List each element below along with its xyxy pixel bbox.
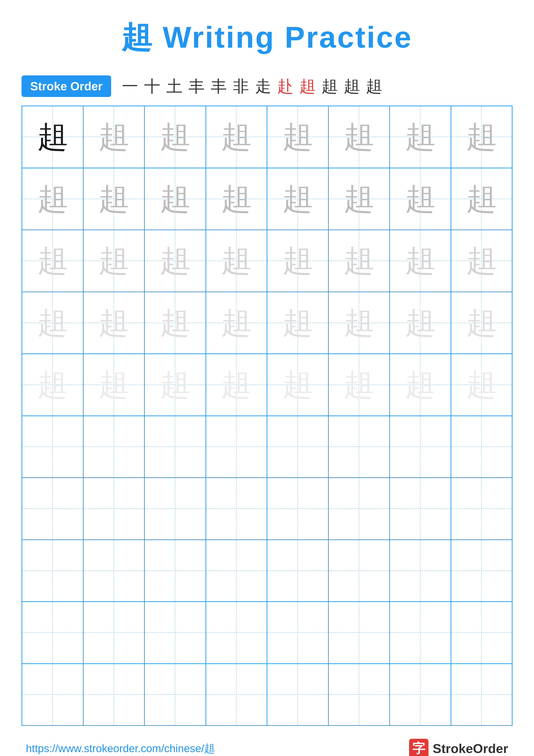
- cell-4-2[interactable]: 趄: [84, 292, 145, 354]
- cell-7-1[interactable]: [22, 478, 84, 539]
- cell-9-4[interactable]: [206, 602, 267, 663]
- cell-6-6[interactable]: [329, 416, 390, 477]
- cell-2-1[interactable]: 趄: [22, 168, 84, 230]
- cell-10-1[interactable]: [22, 664, 84, 725]
- cell-7-6[interactable]: [329, 478, 390, 539]
- char-med: 趄: [466, 184, 496, 214]
- cell-8-2[interactable]: [84, 540, 145, 602]
- cell-5-8[interactable]: 趄: [451, 354, 512, 416]
- cell-10-5[interactable]: [267, 664, 329, 725]
- char-vlight: 趄: [344, 308, 374, 338]
- stroke-order-badge: Stroke Order: [21, 75, 111, 97]
- cell-6-7[interactable]: [390, 416, 451, 477]
- char-ulight: 趄: [99, 369, 129, 400]
- cell-5-6[interactable]: 趄: [329, 354, 390, 416]
- char-med: 趄: [405, 122, 435, 152]
- char-light: 趄: [405, 246, 435, 276]
- cell-6-3[interactable]: [145, 416, 206, 477]
- cell-9-3[interactable]: [145, 602, 206, 663]
- footer-url[interactable]: https://www.strokeorder.com/chinese/趄: [26, 741, 215, 756]
- cell-9-1[interactable]: [22, 602, 84, 663]
- cell-8-6[interactable]: [329, 540, 390, 602]
- cell-1-4[interactable]: 趄: [206, 106, 267, 168]
- cell-1-8[interactable]: 趄: [451, 106, 512, 168]
- cell-2-2[interactable]: 趄: [84, 168, 145, 230]
- cell-6-8[interactable]: [451, 416, 512, 477]
- stroke-7: 走: [255, 78, 271, 94]
- cell-3-3[interactable]: 趄: [145, 230, 206, 292]
- cell-4-3[interactable]: 趄: [145, 292, 206, 354]
- cell-3-8[interactable]: 趄: [451, 230, 512, 292]
- cell-8-8[interactable]: [451, 540, 512, 602]
- cell-7-3[interactable]: [145, 478, 206, 539]
- cell-1-7[interactable]: 趄: [390, 106, 451, 168]
- cell-7-2[interactable]: [84, 478, 145, 539]
- cell-8-3[interactable]: [145, 540, 206, 602]
- cell-6-2[interactable]: [84, 416, 145, 477]
- char-ulight: 趄: [160, 369, 190, 400]
- cell-10-7[interactable]: [390, 664, 451, 725]
- cell-8-5[interactable]: [267, 540, 329, 602]
- cell-8-4[interactable]: [206, 540, 267, 602]
- cell-10-4[interactable]: [206, 664, 267, 725]
- cell-5-2[interactable]: 趄: [84, 354, 145, 416]
- cell-4-4[interactable]: 趄: [206, 292, 267, 354]
- cell-6-4[interactable]: [206, 416, 267, 477]
- grid-row-6: [22, 416, 512, 478]
- char-ulight: 趄: [466, 369, 496, 400]
- cell-9-8[interactable]: [451, 602, 512, 663]
- cell-8-7[interactable]: [390, 540, 451, 602]
- cell-2-5[interactable]: 趄: [267, 168, 329, 230]
- cell-6-1[interactable]: [22, 416, 84, 477]
- strokeorder-logo-text: StrokeOrder: [433, 741, 508, 756]
- cell-1-3[interactable]: 趄: [145, 106, 206, 168]
- stroke-11: 趄: [344, 78, 360, 94]
- cell-5-5[interactable]: 趄: [267, 354, 329, 416]
- cell-10-2[interactable]: [84, 664, 145, 725]
- grid-row-1: 趄 趄 趄 趄 趄 趄 趄 趄: [22, 106, 512, 168]
- cell-8-1[interactable]: [22, 540, 84, 602]
- cell-2-6[interactable]: 趄: [329, 168, 390, 230]
- cell-7-5[interactable]: [267, 478, 329, 539]
- cell-3-2[interactable]: 趄: [84, 230, 145, 292]
- cell-9-2[interactable]: [84, 602, 145, 663]
- cell-5-3[interactable]: 趄: [145, 354, 206, 416]
- cell-1-2[interactable]: 趄: [84, 106, 145, 168]
- cell-2-3[interactable]: 趄: [145, 168, 206, 230]
- cell-6-5[interactable]: [267, 416, 329, 477]
- cell-2-4[interactable]: 趄: [206, 168, 267, 230]
- cell-3-5[interactable]: 趄: [267, 230, 329, 292]
- cell-4-5[interactable]: 趄: [267, 292, 329, 354]
- cell-1-1[interactable]: 趄: [22, 106, 84, 168]
- cell-1-6[interactable]: 趄: [329, 106, 390, 168]
- cell-5-7[interactable]: 趄: [390, 354, 451, 416]
- cell-7-4[interactable]: [206, 478, 267, 539]
- cell-9-5[interactable]: [267, 602, 329, 663]
- cell-4-6[interactable]: 趄: [329, 292, 390, 354]
- stroke-5: 丰: [211, 78, 227, 94]
- cell-3-7[interactable]: 趄: [390, 230, 451, 292]
- stroke-9: 趄: [299, 78, 316, 94]
- char-light: 趄: [38, 246, 68, 276]
- char-med: 趄: [221, 184, 251, 214]
- cell-4-8[interactable]: 趄: [451, 292, 512, 354]
- cell-2-7[interactable]: 趄: [390, 168, 451, 230]
- cell-3-1[interactable]: 趄: [22, 230, 84, 292]
- cell-2-8[interactable]: 趄: [451, 168, 512, 230]
- cell-1-5[interactable]: 趄: [267, 106, 329, 168]
- cell-3-4[interactable]: 趄: [206, 230, 267, 292]
- cell-7-7[interactable]: [390, 478, 451, 539]
- cell-9-6[interactable]: [329, 602, 390, 663]
- cell-7-8[interactable]: [451, 478, 512, 539]
- cell-5-1[interactable]: 趄: [22, 354, 84, 416]
- cell-10-6[interactable]: [329, 664, 390, 725]
- cell-9-7[interactable]: [390, 602, 451, 663]
- grid-row-9: [22, 602, 512, 664]
- cell-5-4[interactable]: 趄: [206, 354, 267, 416]
- cell-4-1[interactable]: 趄: [22, 292, 84, 354]
- char-med: 趄: [466, 122, 496, 152]
- cell-3-6[interactable]: 趄: [329, 230, 390, 292]
- cell-10-3[interactable]: [145, 664, 206, 725]
- cell-4-7[interactable]: 趄: [390, 292, 451, 354]
- cell-10-8[interactable]: [451, 664, 512, 725]
